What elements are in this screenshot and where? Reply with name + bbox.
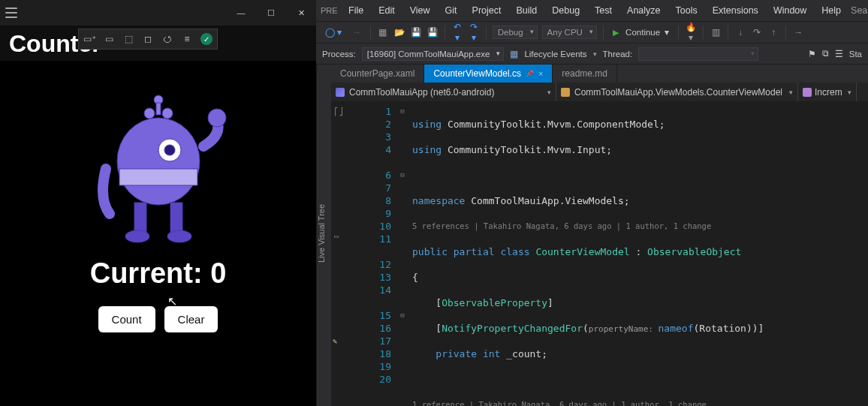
standard-toolbar[interactable]: ◯ ▾ → ▦ 📂 💾 💾 ↶ ▾ ↷ ▾ Debug Any CPU ▶ Co…: [316, 21, 868, 44]
editor-tab-bar[interactable]: CounterPage.xaml CounterViewModel.cs📌× r…: [331, 65, 868, 83]
processes-icon[interactable]: ☰: [835, 49, 843, 59]
menu-bar[interactable]: PRE File Edit View Git Project Build Deb…: [316, 0, 868, 21]
save-all-icon[interactable]: 💾: [426, 27, 439, 38]
track-focus-icon[interactable]: ◻: [142, 33, 154, 45]
collapse-indicator-icon[interactable]: ⎡⎦: [334, 105, 343, 118]
open-file-icon[interactable]: 📂: [393, 27, 405, 38]
windows-layout-icon[interactable]: ▥: [710, 27, 722, 38]
menu-build[interactable]: Build: [509, 5, 544, 16]
menu-git[interactable]: Git: [439, 5, 464, 16]
svg-rect-5: [119, 169, 197, 185]
svg-rect-9: [134, 203, 146, 233]
hot-reload-icon[interactable]: ⭯: [161, 33, 173, 45]
step-into-icon[interactable]: ↓: [734, 28, 746, 37]
menu-analyze[interactable]: Analyze: [620, 5, 667, 16]
svg-rect-10: [170, 203, 182, 233]
redo-icon[interactable]: ↷ ▾: [468, 22, 480, 43]
nav-class-select[interactable]: CommToolMauiApp.ViewModels.CounterViewMo…: [556, 83, 798, 101]
process-label: Process:: [322, 50, 356, 59]
undo-icon[interactable]: ↶ ▾: [451, 22, 463, 43]
hot-reload-icon[interactable]: 🔥▾: [685, 22, 697, 43]
navigation-bar[interactable]: CommToolMauiApp (net6.0-android) CommToo…: [331, 83, 868, 102]
menu-help[interactable]: Help: [815, 5, 848, 16]
tab-counterviewmodel[interactable]: CounterViewModel.cs📌×: [424, 65, 553, 83]
hamburger-icon[interactable]: [0, 1, 23, 25]
menu-debug[interactable]: Debug: [545, 5, 586, 16]
codelens[interactable]: 5 references | Takahiro Nagata, 6 days a…: [412, 220, 868, 233]
line-numbers: 1 2 3 4 6 7 8 9 10 11 12 13: [369, 102, 397, 406]
margin-gutter[interactable]: ⎡⎦ ▭ ✎: [331, 102, 369, 406]
code-text[interactable]: using CommunityToolkit.Mvvm.ComponentMod…: [408, 102, 868, 406]
tab-readme[interactable]: readme.md: [553, 65, 617, 83]
reference-glyph-icon[interactable]: ▭: [334, 230, 339, 242]
process-select[interactable]: [16960] CommToolMauiApp.exe: [362, 47, 505, 61]
clear-button[interactable]: Clear: [164, 306, 219, 332]
code-editor[interactable]: ⎡⎦ ▭ ✎ 1 2 3 4 6 7 8 9 10: [331, 102, 868, 406]
svg-point-3: [162, 108, 173, 119]
nav-project-select[interactable]: CommToolMauiApp (net6.0-android): [331, 83, 556, 101]
vs-logo-icon[interactable]: PRE: [321, 6, 337, 15]
config-debug-select[interactable]: Debug: [493, 26, 538, 39]
menu-window[interactable]: Window: [767, 5, 813, 16]
svg-point-8: [208, 109, 226, 127]
tab-counterpage[interactable]: CounterPage.xaml: [331, 65, 424, 83]
go-to-xaml-icon[interactable]: ▭: [103, 33, 115, 45]
save-icon[interactable]: 💾: [410, 27, 422, 38]
menu-edit[interactable]: Edit: [372, 5, 402, 16]
new-item-icon[interactable]: ▦: [377, 27, 389, 38]
thread-select[interactable]: [638, 47, 758, 61]
menu-project[interactable]: Project: [466, 5, 508, 16]
svg-point-11: [125, 230, 149, 242]
debug-location-toolbar[interactable]: Process: [16960] CommToolMauiApp.exe ▦ L…: [316, 44, 868, 65]
visual-studio: PRE File Edit View Git Project Build Deb…: [316, 0, 868, 406]
threads-icon[interactable]: ⧉: [822, 49, 829, 59]
code-fold-gutter[interactable]: ⊟ ⊟ ⊟: [397, 102, 408, 406]
nav-member-select[interactable]: Increm: [798, 83, 857, 101]
step-over-icon[interactable]: ↷: [751, 27, 763, 38]
nav-fwd-button[interactable]: →: [349, 26, 364, 38]
config-platform-select[interactable]: Any CPU: [542, 26, 597, 39]
svg-rect-1: [156, 103, 161, 115]
app-titlebar[interactable]: — ☐ ✕: [0, 0, 316, 26]
flag-icon[interactable]: ⚑: [808, 49, 816, 59]
menu-test[interactable]: Test: [588, 5, 619, 16]
close-tab-icon[interactable]: ×: [538, 69, 543, 78]
step-out-icon[interactable]: ↑: [767, 28, 779, 37]
menu-view[interactable]: View: [403, 5, 437, 16]
minimize-button[interactable]: —: [226, 0, 256, 26]
live-visual-tree-tab[interactable]: Live Visual Tree: [316, 65, 331, 406]
status-ok-icon: ✓: [200, 33, 212, 45]
close-button[interactable]: ✕: [286, 0, 316, 26]
maximize-button[interactable]: ☐: [256, 0, 286, 26]
svg-point-12: [167, 230, 191, 242]
menu-tools[interactable]: Tools: [669, 5, 704, 16]
count-button[interactable]: Count: [98, 306, 155, 332]
layout-adorners-icon[interactable]: ⬚: [122, 33, 134, 45]
continue-button[interactable]: ▶ Continue ▾: [610, 26, 672, 39]
show-next-stmt-icon[interactable]: →: [792, 28, 804, 37]
nav-back-button[interactable]: ◯ ▾: [322, 26, 345, 39]
menu-extensions[interactable]: Extensions: [706, 5, 765, 16]
dotnet-bot-image: [83, 79, 234, 244]
lifecycle-label[interactable]: Lifecycle Events: [524, 50, 586, 59]
counter-app-window: — ☐ ✕ Counter ▭⁺ ▭ ⬚ ◻ ⭯ ≡ ✓: [0, 0, 316, 406]
stackframe-label: Sta: [849, 50, 862, 59]
svg-point-7: [164, 145, 175, 155]
menu-file[interactable]: File: [342, 5, 370, 16]
edit-indicator-icon: ✎: [333, 335, 337, 347]
codelens[interactable]: 1 reference | Takahiro Nagata, 6 days ag…: [412, 398, 868, 406]
pin-icon[interactable]: 📌: [526, 70, 534, 77]
current-count-label: Current: 0: [90, 257, 227, 290]
thread-label: Thread:: [603, 50, 633, 59]
svg-point-4: [117, 118, 200, 205]
search-input[interactable]: Search: [851, 5, 868, 16]
xaml-debug-toolbar[interactable]: ▭⁺ ▭ ⬚ ◻ ⭯ ≡ ✓: [78, 29, 218, 50]
select-element-icon[interactable]: ▭⁺: [83, 33, 95, 45]
ruler-icon[interactable]: ≡: [181, 33, 193, 45]
svg-point-2: [144, 108, 155, 119]
